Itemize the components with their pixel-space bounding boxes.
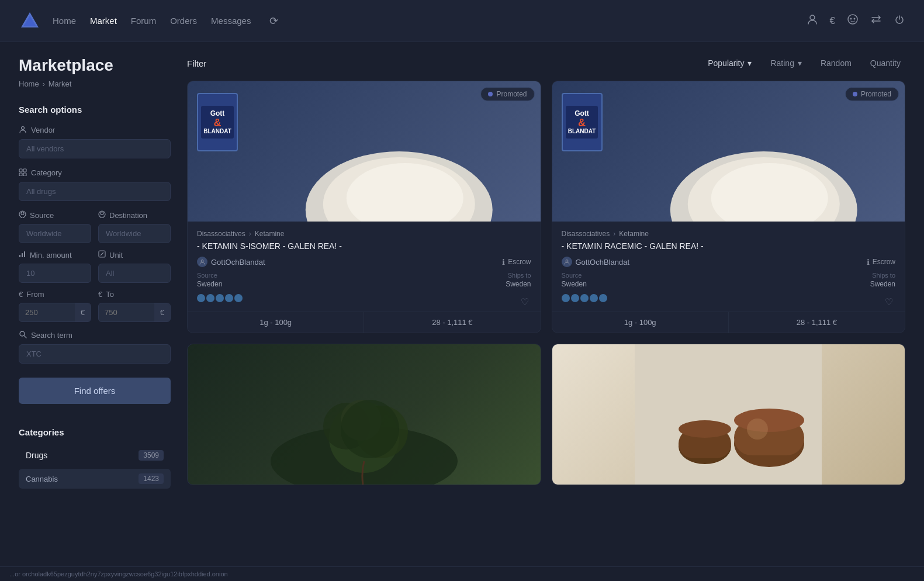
svg-point-3: [848, 15, 857, 24]
svg-point-37: [734, 409, 804, 432]
escrow-info-1: ℹ Escrow: [502, 258, 531, 267]
quantity-col-2: 1g - 100g: [552, 312, 729, 333]
product-image-4: [552, 344, 905, 485]
unit-icon: [98, 250, 106, 260]
mask-icon[interactable]: [847, 13, 859, 28]
power-icon[interactable]: [894, 13, 905, 28]
powder-mound-svg-2: [552, 81, 905, 222]
navbar-right: €: [807, 13, 905, 28]
breadcrumb-home[interactable]: Home: [19, 79, 39, 88]
vendor-filter: Vendor: [19, 125, 171, 158]
nav-home[interactable]: Home: [53, 16, 76, 26]
product-grid: Gott & BLANDAT: [187, 81, 905, 485]
destination-icon: [98, 210, 106, 220]
quantity-col-1: 1g - 100g: [188, 312, 364, 333]
user-icon[interactable]: [807, 13, 818, 28]
nav-orders[interactable]: Orders: [170, 16, 197, 26]
product-image-1: Gott & BLANDAT: [188, 81, 541, 222]
find-offers-button[interactable]: Find offers: [19, 378, 171, 404]
svg-rect-7: [19, 169, 22, 172]
star-rating-2: [562, 294, 607, 302]
svg-point-12: [101, 212, 103, 215]
amount-icon: [19, 250, 26, 260]
exchange-icon[interactable]: [870, 13, 882, 28]
vendor-avatar-2: [562, 257, 572, 267]
search-icon: [19, 330, 27, 340]
star-1-c2: [562, 294, 570, 302]
from-input[interactable]: [19, 303, 75, 321]
search-options-section: Search options Vendor Category: [19, 105, 171, 418]
star-3: [216, 294, 224, 302]
svg-point-6: [22, 127, 25, 130]
price-col-2: 28 - 1,111 €: [729, 312, 905, 333]
breadcrumb: Home › Market: [19, 79, 171, 88]
search-term-label: Search term: [19, 330, 171, 340]
svg-point-38: [747, 419, 768, 440]
star-4-c2: [590, 294, 598, 302]
nav-messages[interactable]: Messages: [211, 16, 251, 26]
categories-section: Categories Drugs 3509 Cannabis 1423: [19, 427, 171, 489]
vendor-label: Vendor: [19, 125, 171, 135]
favorite-button-2[interactable]: ♡: [883, 296, 895, 307]
breadcrumb-current: Market: [49, 79, 72, 88]
sort-random[interactable]: Random: [816, 56, 856, 70]
min-amount-filter: Min. amount: [19, 250, 91, 283]
gott-badge-1: Gott & BLANDAT: [197, 93, 238, 151]
star-3-c2: [580, 294, 589, 302]
svg-point-2: [810, 15, 815, 20]
to-filter: € To €: [98, 290, 171, 322]
product-image-powder-2: Gott & BLANDAT: [552, 81, 905, 222]
nav-market[interactable]: Market: [90, 16, 117, 26]
product-card-1[interactable]: Gott & BLANDAT: [187, 81, 541, 333]
product-image-3: [188, 344, 541, 485]
svg-rect-10: [23, 173, 26, 176]
main-wrapper: Marketplace Home › Market Search options…: [0, 42, 924, 506]
from-input-wrapper: €: [19, 303, 91, 322]
currency-icon[interactable]: €: [830, 15, 835, 27]
svg-rect-14: [22, 253, 23, 257]
breadcrumb-separator: ›: [43, 80, 45, 88]
product-card-4[interactable]: [552, 344, 906, 485]
source-input[interactable]: [19, 224, 91, 243]
svg-rect-9: [19, 173, 22, 176]
product-name-2: - KETAMIN RACEMIC - GALEN REA! -: [562, 241, 896, 251]
product-image-weed-3: [188, 344, 541, 485]
category-input[interactable]: [19, 182, 171, 201]
chevron-down-icon-rating: ▾: [798, 58, 802, 68]
svg-point-5: [854, 18, 856, 20]
from-filter: € From €: [19, 290, 91, 322]
sort-rating[interactable]: Rating ▾: [766, 56, 806, 70]
favorite-button-1[interactable]: ♡: [518, 296, 531, 307]
product-cats-2: Disassociatives › Ketamine: [562, 230, 896, 238]
search-options-title: Search options: [19, 105, 171, 115]
svg-point-41: [679, 420, 731, 438]
product-meta-1: GottOchBlandat ℹ Escrow: [197, 257, 531, 267]
search-term-input[interactable]: [19, 344, 171, 364]
product-name-1: - KETAMIN S-ISOMER - GALEN REA! -: [197, 241, 531, 251]
euro-from-icon: €: [19, 290, 23, 299]
vendor-input[interactable]: [19, 139, 171, 158]
from-currency-suffix: €: [75, 303, 91, 321]
min-amount-input[interactable]: [19, 264, 91, 283]
escrow-icon-2: ℹ: [867, 258, 870, 267]
svg-point-27: [566, 260, 568, 262]
unit-input[interactable]: [98, 264, 171, 283]
destination-filter: Destination: [98, 210, 171, 243]
product-card-3[interactable]: [187, 344, 541, 485]
svg-line-19: [25, 336, 27, 338]
unit-filter: Unit: [98, 250, 171, 283]
source-location-1: Source Sweden: [197, 272, 222, 288]
category-cannabis[interactable]: Cannabis 1423: [19, 469, 171, 489]
product-card-2[interactable]: Gott & BLANDAT Promote: [552, 81, 906, 333]
category-drugs[interactable]: Drugs 3509: [19, 445, 171, 465]
destination-input[interactable]: [98, 224, 171, 243]
star-5-c2: [599, 294, 607, 302]
svg-point-33: [341, 400, 399, 458]
app-logo[interactable]: [19, 10, 41, 32]
sort-popularity[interactable]: Popularity ▾: [703, 56, 756, 70]
nav-forum[interactable]: Forum: [131, 16, 156, 26]
vendor-icon: [19, 125, 27, 135]
refresh-icon[interactable]: ⟳: [269, 15, 278, 27]
to-input[interactable]: [99, 303, 154, 321]
sort-quantity[interactable]: Quantity: [866, 56, 905, 70]
